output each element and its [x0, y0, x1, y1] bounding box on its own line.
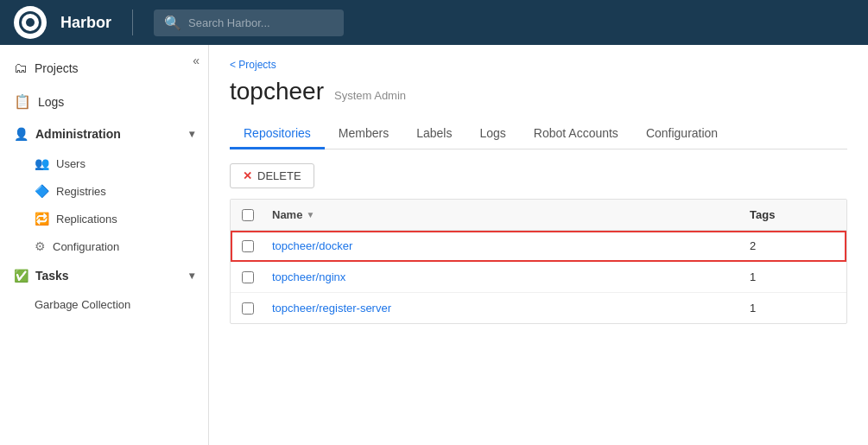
header-name[interactable]: Name ▼ [265, 200, 743, 230]
header-checkbox-col[interactable] [231, 200, 265, 230]
administration-submenu: 👥 Users 🔷 Registries 🔁 Replications ⚙ Co… [0, 149, 208, 260]
replications-icon: 🔁 [35, 212, 49, 226]
repository-link[interactable]: topcheer/docker [272, 239, 352, 252]
users-label: Users [56, 157, 86, 170]
repositories-table: Name ▼ Tags topcheer/docker 2 [230, 199, 847, 324]
tasks-icon: ✅ [14, 269, 29, 283]
search-input[interactable] [188, 16, 333, 29]
row-name: topcheer/register-server [265, 293, 743, 323]
table-row: topcheer/register-server 1 [231, 293, 846, 323]
close-icon: ✕ [243, 169, 252, 182]
search-icon: 🔍 [164, 15, 181, 31]
logs-icon: 📋 [14, 93, 31, 110]
configuration-label: Configuration [53, 240, 119, 253]
project-name: topcheer [230, 78, 324, 105]
tags-column-label: Tags [750, 208, 775, 221]
project-tabs: Repositories Members Labels Logs Robot A… [230, 119, 847, 149]
repository-link[interactable]: topcheer/nginx [272, 270, 345, 283]
row-checkbox[interactable] [242, 302, 254, 315]
tasks-label: Tasks [35, 269, 69, 283]
breadcrumb[interactable]: < Projects [230, 59, 847, 71]
app-title: Harbor [60, 14, 111, 32]
main-layout: « 🗂 Projects 📋 Logs 👤 Administration ▾ 👥… [0, 45, 868, 445]
row-name: topcheer/docker [265, 231, 743, 261]
logo [14, 6, 47, 39]
sidebar-item-projects[interactable]: 🗂 Projects [0, 52, 208, 85]
harbor-logo-icon [19, 11, 41, 34]
users-icon: 👥 [35, 156, 49, 170]
table-toolbar: ✕ DELETE [230, 163, 847, 188]
delete-button[interactable]: ✕ DELETE [230, 163, 314, 188]
name-column-label: Name [272, 208, 302, 221]
sidebar-collapse-button[interactable]: « [193, 54, 200, 67]
tab-labels[interactable]: Labels [402, 119, 466, 149]
row-tags: 2 [743, 231, 846, 261]
table-row: topcheer/nginx 1 [231, 262, 846, 293]
chevron-down-icon: ▾ [189, 128, 194, 140]
table-header: Name ▼ Tags [231, 200, 846, 231]
header-tags: Tags [743, 200, 846, 230]
table-row: topcheer/docker 2 [231, 231, 846, 262]
tab-repositories[interactable]: Repositories [230, 119, 325, 149]
sidebar-item-label: Logs [38, 95, 64, 109]
tasks-submenu: Garbage Collection [0, 291, 208, 318]
search-bar[interactable]: 🔍 [154, 10, 344, 36]
tab-logs[interactable]: Logs [466, 119, 519, 149]
tab-configuration[interactable]: Configuration [632, 119, 732, 149]
sidebar-item-garbage-collection[interactable]: Garbage Collection [35, 291, 208, 318]
administration-label: Administration [35, 127, 121, 141]
repository-link[interactable]: topcheer/register-server [272, 302, 391, 315]
sidebar-section-administration[interactable]: 👤 Administration ▾ [0, 118, 208, 149]
row-tags: 1 [743, 293, 846, 323]
administration-icon: 👤 [14, 127, 29, 141]
projects-icon: 🗂 [14, 60, 28, 76]
main-content: < Projects topcheer System Admin Reposit… [209, 45, 868, 445]
project-header: topcheer System Admin [230, 78, 847, 105]
sort-icon: ▼ [306, 210, 314, 219]
sidebar-item-label: Projects [35, 61, 79, 75]
row-tags: 1 [743, 262, 846, 292]
registries-icon: 🔷 [35, 184, 49, 198]
sidebar-item-users[interactable]: 👥 Users [35, 149, 208, 177]
registries-label: Registries [56, 185, 106, 198]
garbage-collection-label: Garbage Collection [35, 298, 130, 311]
sidebar-item-registries[interactable]: 🔷 Registries [35, 177, 208, 205]
select-all-checkbox[interactable] [242, 209, 254, 221]
top-navigation: Harbor 🔍 [0, 0, 868, 45]
sidebar-item-replications[interactable]: 🔁 Replications [35, 205, 208, 232]
row-checkbox[interactable] [242, 271, 254, 283]
chevron-down-icon: ▾ [189, 270, 194, 282]
nav-divider [132, 10, 133, 35]
tab-members[interactable]: Members [325, 119, 402, 149]
row-checkbox-col[interactable] [231, 232, 265, 261]
sidebar: « 🗂 Projects 📋 Logs 👤 Administration ▾ 👥… [0, 45, 209, 445]
configuration-icon: ⚙ [35, 239, 46, 253]
tab-robot-accounts[interactable]: Robot Accounts [520, 119, 632, 149]
project-role: System Admin [334, 89, 406, 102]
delete-label: DELETE [257, 169, 301, 182]
sidebar-item-logs[interactable]: 📋 Logs [0, 85, 208, 118]
sidebar-section-tasks[interactable]: ✅ Tasks ▾ [0, 260, 208, 291]
row-checkbox[interactable] [242, 240, 254, 252]
replications-label: Replications [56, 213, 117, 226]
row-name: topcheer/nginx [265, 262, 743, 292]
row-checkbox-col[interactable] [231, 294, 265, 323]
sidebar-item-configuration[interactable]: ⚙ Configuration [35, 232, 208, 260]
row-checkbox-col[interactable] [231, 263, 265, 292]
